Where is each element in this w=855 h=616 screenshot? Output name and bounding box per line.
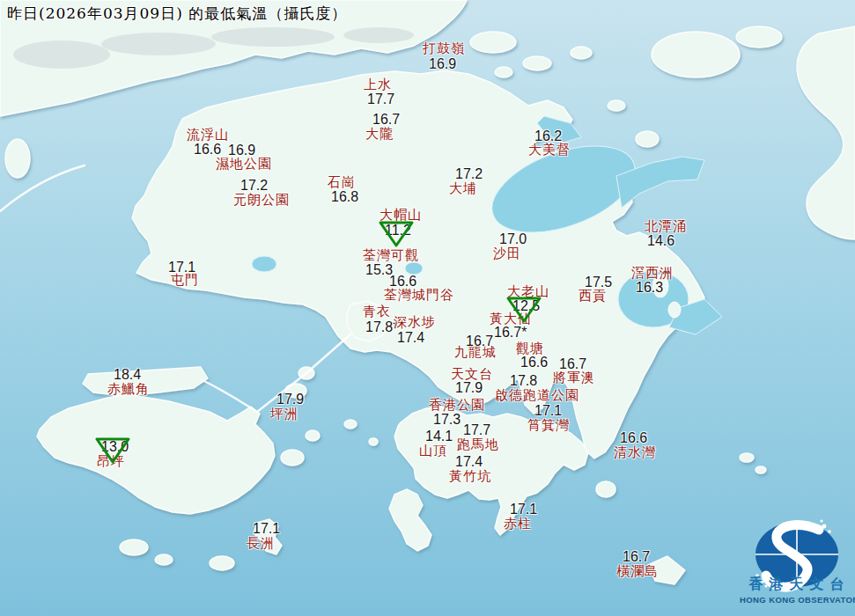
- station-value: 16.7*: [494, 325, 527, 341]
- station-value: 17.1: [510, 502, 537, 517]
- station-value: 17.5: [585, 275, 612, 290]
- station-value: 11.2: [385, 223, 411, 238]
- station-value: 17.4: [397, 330, 424, 346]
- station-value: 17.1: [168, 260, 195, 275]
- station-value: 17.1: [253, 521, 280, 537]
- station-name: 打鼓嶺: [423, 40, 465, 57]
- station-value: 16.6: [389, 274, 416, 290]
- station-value: 16.6: [520, 355, 548, 370]
- station-value: 16.7: [559, 356, 586, 372]
- station-value: 17.1: [534, 403, 562, 419]
- station-name: 昂坪: [97, 453, 125, 470]
- station-value: 16.8: [331, 189, 358, 205]
- station-name: 深水埗: [394, 314, 436, 331]
- station-value: 14.1: [425, 429, 453, 444]
- station-name: 元朗公園: [233, 192, 290, 209]
- station-value: 17.2: [455, 166, 483, 182]
- station-value: 17.2: [240, 178, 268, 194]
- station-name: 黃竹坑: [449, 468, 491, 485]
- station-name: 清水灣: [614, 444, 656, 461]
- station-name: 跑馬地: [457, 436, 499, 453]
- hko-logo: 香港天文台 HONG KONG OBSERVATORY: [740, 509, 854, 605]
- hko-logo-text-en: HONG KONG OBSERVATORY: [740, 595, 854, 605]
- station-value: 17.9: [455, 380, 483, 396]
- station-value: 17.7: [463, 422, 490, 438]
- station-value: 17.7: [367, 92, 394, 107]
- station-value: 16.2: [534, 128, 562, 144]
- station-name: 大隴: [365, 126, 394, 143]
- station-labels-layer: 打鼓嶺16.9上水17.7大隴16.7大美督16.2流浮山16.6濕地公園16.…: [0, 0, 855, 616]
- station-name: 赤鱲角: [107, 381, 150, 398]
- station-value: 16.7: [623, 549, 650, 565]
- station-name: 筲箕灣: [527, 417, 570, 434]
- station-value: 18.4: [114, 367, 141, 383]
- station-name: 啟德跑道公園: [495, 387, 579, 404]
- station-value: 16.6: [620, 430, 647, 446]
- station-value: 16.9: [429, 56, 456, 72]
- station-value: 17.3: [433, 412, 461, 428]
- station-value: 17.4: [455, 454, 483, 470]
- station-value: 17.0: [499, 231, 527, 247]
- station-name: 沙田: [493, 246, 521, 262]
- station-name: 青衣: [363, 304, 391, 320]
- station-name: 大埔: [449, 180, 477, 197]
- station-value: 16.3: [636, 280, 663, 296]
- station-value: 17.9: [276, 392, 304, 407]
- page-title: 昨日(2026年03月09日) 的最低氣溫（攝氏度）: [7, 4, 347, 24]
- station-name: 大帽山: [380, 207, 422, 224]
- station-value: 16.9: [228, 143, 255, 158]
- station-value: 17.8: [510, 373, 537, 389]
- station-value: 16.7: [372, 112, 400, 128]
- station-name: 山頂: [419, 443, 447, 459]
- station-name: 橫瀾島: [616, 563, 659, 580]
- station-name: 長洲: [247, 535, 275, 552]
- hk-min-temperature-map: 昨日(2026年03月09日) 的最低氣溫（攝氏度） 打鼓嶺16.9上水17.7…: [0, 0, 855, 616]
- station-name: 坪洲: [270, 406, 299, 422]
- station-value: 14.6: [647, 233, 674, 249]
- station-value: 13.0: [101, 439, 129, 455]
- station-name: 赤柱: [504, 516, 532, 532]
- hko-logo-text-zh: 香港天文台: [745, 576, 854, 594]
- station-value: 16.7: [466, 334, 493, 349]
